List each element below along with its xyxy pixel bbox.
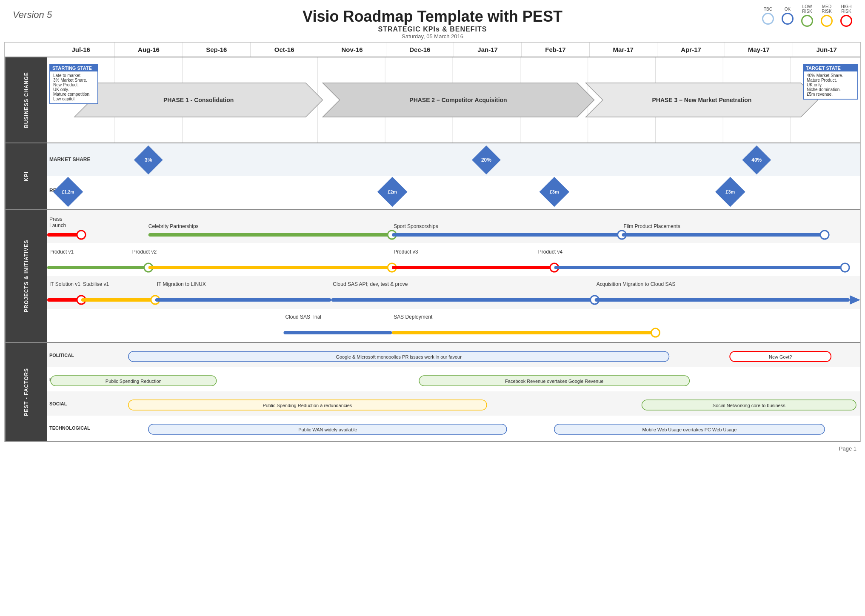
main-container: Jul-16 Aug-16 Sep-16 Oct-16 Nov-16 Dec-1…	[4, 42, 861, 442]
svg-rect-29	[47, 143, 860, 176]
month-may17: May-17	[725, 43, 793, 57]
svg-rect-76	[622, 233, 825, 237]
svg-rect-107	[392, 331, 655, 334]
svg-rect-82	[148, 266, 392, 269]
version-label: Version 5	[13, 9, 52, 20]
month-nov16: Nov-16	[318, 43, 386, 57]
svg-text:MARKET SHARE: MARKET SHARE	[49, 157, 90, 163]
month-jul16: Jul-16	[47, 43, 115, 57]
projects-label: PROJECTS & INITIATIVES	[5, 210, 47, 342]
svg-point-77	[820, 231, 829, 239]
month-feb17: Feb-17	[522, 43, 589, 57]
month-apr17: Apr-17	[657, 43, 725, 57]
svg-text:POLITICAL: POLITICAL	[49, 353, 74, 358]
svg-rect-99	[331, 298, 594, 302]
business-change-label: BUSINESS CHANGE	[5, 57, 47, 143]
svg-text:20%: 20%	[481, 157, 491, 163]
svg-text:Product v2: Product v2	[132, 249, 157, 255]
month-dec16: Dec-16	[386, 43, 454, 57]
month-aug16: Aug-16	[115, 43, 183, 57]
svg-text:Press: Press	[49, 216, 63, 222]
svg-text:Product v3: Product v3	[394, 249, 418, 255]
kpi-section: KPI	[5, 143, 860, 210]
svg-text:Product v1: Product v1	[49, 249, 74, 255]
svg-text:IT Migration to LINUX: IT Migration to LINUX	[157, 281, 206, 287]
kpi-content: MARKET SHARE REVENUE 3% 20% 40% £1.2	[47, 143, 860, 209]
svg-text:Mobile Web Usage overtakes PC : Mobile Web Usage overtakes PC Web Usage	[642, 427, 737, 432]
svg-text:£1.2m: £1.2m	[62, 190, 74, 194]
legend-ok: OK	[782, 7, 794, 25]
month-mar17: Mar-17	[590, 43, 657, 57]
svg-rect-62	[47, 243, 860, 276]
month-oct16: Oct-16	[251, 43, 318, 57]
svg-text:Google & Microsoft monopolies : Google & Microsoft monopolies PR issues …	[336, 354, 462, 359]
svg-text:Launch: Launch	[49, 222, 66, 228]
svg-rect-88	[554, 266, 845, 269]
starting-state-box: STARTING STATE Late to market. 3% Market…	[49, 64, 98, 104]
svg-rect-94	[81, 298, 155, 302]
page-wrapper: Version 5 Visio Roadmap Template with PE…	[0, 0, 865, 455]
month-jan17: Jan-17	[454, 43, 522, 57]
legend-low-risk: LOWRISK	[801, 4, 813, 27]
svg-text:40%: 40%	[751, 157, 762, 163]
month-sep16: Sep-16	[183, 43, 251, 57]
timeline-months: Jul-16 Aug-16 Sep-16 Oct-16 Nov-16 Dec-1…	[47, 43, 860, 57]
page-number: Page 1	[839, 445, 856, 452]
svg-text:PHASE 3 – New Market Penetrati: PHASE 3 – New Market Penetration	[652, 97, 751, 103]
legend: TBC OK LOWRISK MEDRISK HIGHRISK	[762, 4, 852, 27]
projects-svg: Press Launch Celebrity Partnerships Spor…	[47, 210, 860, 342]
svg-text:IT Solution v1: IT Solution v1	[49, 281, 80, 287]
phases-svg: PHASE 1 - Consolidation PHASE 2 – Compet…	[47, 57, 860, 143]
legend-high-risk: HIGHRISK	[840, 4, 852, 27]
business-change-content: STARTING STATE Late to market. 3% Market…	[47, 57, 860, 143]
svg-text:Stabilise v1: Stabilise v1	[83, 281, 109, 287]
svg-text:PHASE 2 – Competitor Acquisiti: PHASE 2 – Competitor Acquisition	[409, 97, 507, 103]
svg-text:SAS Deployment: SAS Deployment	[394, 314, 433, 320]
svg-text:£3m: £3m	[725, 189, 735, 194]
svg-text:Public Spending Reduction à re: Public Spending Reduction à redundancies	[263, 403, 352, 408]
svg-rect-102	[595, 298, 850, 302]
svg-rect-97	[155, 298, 331, 302]
pest-svg: POLITICAL Google & Microsoft monopolies …	[47, 343, 860, 441]
pest-section: PEST - FACTORS	[5, 343, 860, 442]
pest-content: POLITICAL Google & Microsoft monopolies …	[47, 343, 860, 441]
svg-text:3%: 3%	[145, 157, 152, 163]
svg-text:Public Spending Reduction: Public Spending Reduction	[106, 379, 162, 384]
svg-rect-105	[283, 331, 392, 334]
svg-point-89	[841, 263, 849, 272]
svg-text:Public WAN widely available: Public WAN widely available	[298, 427, 357, 432]
svg-text:Cloud SAS Trial: Cloud SAS Trial	[285, 314, 321, 320]
svg-text:Cloud SAS API; dev, test & pro: Cloud SAS API; dev, test & prove	[333, 281, 408, 287]
svg-rect-79	[47, 266, 148, 269]
kpi-svg: MARKET SHARE REVENUE 3% 20% 40% £1.2	[47, 143, 860, 209]
svg-rect-67	[47, 233, 81, 237]
svg-point-108	[651, 328, 660, 337]
timeline-header: Jul-16 Aug-16 Sep-16 Oct-16 Nov-16 Dec-1…	[5, 43, 860, 57]
svg-rect-73	[392, 233, 622, 237]
kpi-label: KPI	[5, 143, 47, 209]
svg-text:Acquisition Migration to Cloud: Acquisition Migration to Cloud SAS	[597, 281, 676, 287]
svg-text:SOCIAL: SOCIAL	[49, 401, 67, 406]
legend-tbc: TBC	[762, 7, 774, 25]
pest-label: PEST - FACTORS	[5, 343, 47, 441]
target-state-title: TARGET STATE	[804, 65, 857, 71]
svg-text:Celebrity Partnerships: Celebrity Partnerships	[148, 223, 199, 229]
svg-text:Facebook Revenue overtakes Goo: Facebook Revenue overtakes Google Revenu…	[505, 379, 603, 384]
business-change-section: BUSINESS CHANGE STARTING STATE Late to m…	[5, 57, 860, 143]
svg-text:New Govt?: New Govt?	[769, 354, 792, 359]
subtitle: STRATEGIC KPIs & BENEFITS	[0, 26, 865, 33]
svg-text:Product v4: Product v4	[538, 249, 563, 255]
label-spacer	[5, 43, 47, 57]
month-jun17: Jun-17	[793, 43, 860, 57]
svg-text:Sport Sponsorships: Sport Sponsorships	[394, 223, 438, 229]
date-label: Saturday, 05 March 2016	[0, 33, 865, 40]
svg-rect-70	[148, 233, 392, 237]
svg-text:PHASE 1 - Consolidation: PHASE 1 - Consolidation	[163, 97, 234, 103]
svg-text:Social Networking core to busi: Social Networking core to business	[713, 403, 785, 408]
svg-rect-64	[47, 309, 860, 342]
starting-state-title: STARTING STATE	[50, 65, 97, 71]
footer: Page 1	[0, 442, 865, 455]
svg-text:£3m: £3m	[550, 189, 559, 194]
target-state-box: TARGET STATE 40% Market Share. Mature Pr…	[803, 64, 858, 100]
svg-rect-85	[392, 266, 554, 269]
